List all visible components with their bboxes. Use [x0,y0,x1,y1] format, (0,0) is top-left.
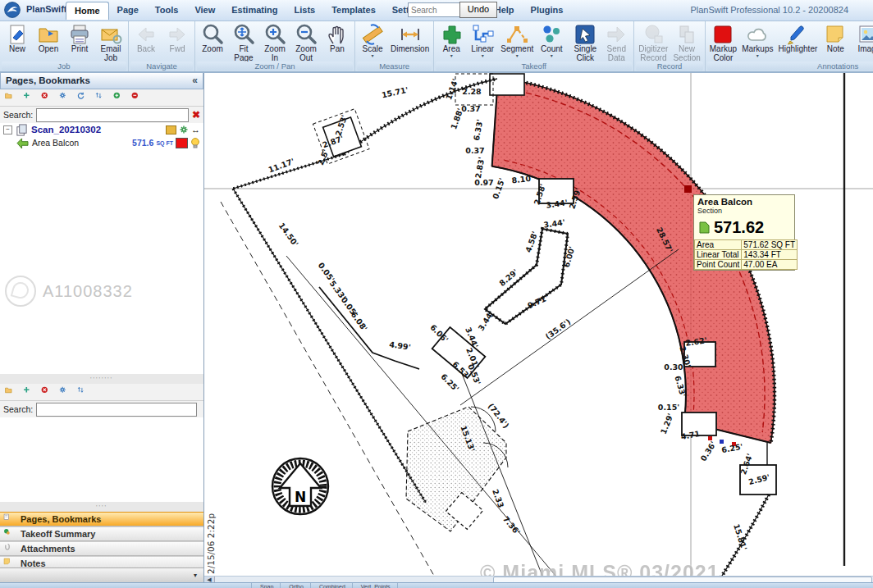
pages-search-input[interactable] [36,108,189,122]
chevron-down-icon[interactable]: ▾ [756,54,759,57]
plan-canvas[interactable]: N 2/15/06 2:22p 15.71'2.53'2.87'2.5'11.1… [204,72,873,576]
sort-icon[interactable] [95,92,107,104]
panel-title: Pages, Bookmarks [6,75,90,85]
accordion-overflow-strip[interactable]: ▾ [0,567,203,583]
ribbon: NewOpenPrintEmail JobJobBackFwdNavigateZ… [0,21,873,73]
singleclick-icon [574,23,596,45]
newsection-icon [675,23,698,45]
accordion-attachments[interactable]: Attachments [0,541,203,556]
email-job-button[interactable]: Email Job [95,22,126,62]
refresh-icon[interactable] [77,92,89,104]
plus-circle-icon[interactable] [113,92,126,104]
area-button[interactable]: Area▾ [436,22,467,62]
markup-color-button[interactable]: Markup Color▾ [707,22,739,62]
expander-icon[interactable]: − [3,125,12,134]
note-button[interactable]: Note [820,22,851,62]
send-data-button: Send Data▾ [601,22,632,62]
open-button[interactable]: Open [33,22,64,62]
planswift-logo-icon [3,1,21,19]
settings-icon[interactable] [59,386,71,399]
dimension-label: 6.25' [439,371,460,393]
button-label: Markups [742,45,773,54]
zoom-button[interactable]: Zoom [197,22,228,62]
chevron-down-icon[interactable]: ▾ [551,54,553,57]
collapse-panel-icon[interactable]: « [192,75,198,86]
linear-button[interactable]: Linear▾ [467,22,498,62]
left-sidebar: Pages, Bookmarks « Search: ✖ − Scan_2021… [0,72,204,582]
folder-icon[interactable] [5,386,17,399]
takeoff-tooltip: Area Balcon Section 571.62 Area571.62 SQ… [693,194,795,271]
menu-tab-page[interactable]: Page [109,2,147,20]
dimension-label: 14.50' [277,221,300,248]
lower-search-input[interactable] [36,403,197,417]
panel-splitter[interactable]: '''''''' [0,374,203,384]
tooltip-row-label: Linear Total [695,250,742,260]
zoom-out-button[interactable]: Zoom Out [290,22,322,62]
menu-tab-home[interactable]: Home [66,2,109,20]
tree-row-page[interactable]: − Scan_20210302 ↔ [0,123,203,136]
zoom-in-button[interactable]: Zoom In [259,22,290,62]
delete-icon[interactable] [41,92,53,104]
digitizer-icon [642,23,665,45]
search-input[interactable] [408,2,460,17]
menu-tab-plugins[interactable]: Plugins [523,2,572,20]
chevron-down-icon[interactable]: ▾ [482,54,484,57]
button-label: Image [857,45,873,54]
image-button[interactable]: Image [853,22,873,62]
markups-button[interactable]: Markups▾ [739,22,775,62]
menu-tab-estimating[interactable]: Estimating [223,2,286,20]
scale-button[interactable]: Scale▾ [357,22,388,62]
mls-id-watermark: A11008332 [5,276,133,307]
chevron-down-icon[interactable]: ▾ [450,54,453,57]
save-state-icon[interactable] [166,125,176,134]
status-cell: Vert. Points [354,583,398,588]
dimension-label: 2.28 [462,87,482,96]
button-label: Back [137,45,155,54]
menu-tab-templates[interactable]: Templates [323,2,384,20]
highlighter-button[interactable]: Highlighter [775,22,820,62]
tooltip-row-value: 47.00 EA [742,260,798,270]
menu-tab-lists[interactable]: Lists [286,2,323,20]
dimension-label: 15.81' [732,523,749,552]
dimension-button[interactable]: Dimension [388,22,432,62]
button-label: Email Job [100,45,121,62]
settings-icon[interactable] [59,92,71,104]
accordion-pages-bookmarks[interactable]: Pages, Bookmarks [0,512,203,526]
page-settings-icon[interactable] [179,125,189,134]
clear-search-icon[interactable]: ✖ [192,109,200,121]
ribbon-group-job: NewOpenPrintEmail JobJob [0,21,129,71]
accordion-takeoff-summary[interactable]: Takeoff Summary [0,526,203,541]
sort-icon[interactable] [77,386,89,399]
fit-width-icon[interactable]: ↔ [191,125,200,134]
accordion-label: Takeoff Summary [21,529,96,539]
undo-button[interactable]: Undo [459,2,497,18]
count-button[interactable]: Count▾ [536,22,567,62]
dimension-label: 6.33' [472,118,484,141]
chevron-down-icon[interactable]: ▾ [516,54,519,57]
chevron-down-icon[interactable]: ▾ [371,54,373,57]
folder-icon[interactable] [5,92,17,104]
minus-circle-icon[interactable] [131,92,144,104]
mls-logo-icon [5,276,36,307]
delete-icon[interactable] [41,386,53,399]
page-label[interactable]: Scan_20210302 [31,125,101,134]
takeoff-item-label[interactable]: Area Balcon [32,138,79,148]
button-label: Zoom In [264,45,286,62]
menu-tab-tools[interactable]: Tools [147,2,187,20]
fit-page-button[interactable]: Fit Page [228,22,259,62]
color-swatch[interactable] [176,138,188,148]
tree-row-area-balcon[interactable]: Area Balcon 571.6 SQ FT [0,136,203,149]
button-label: Count [541,45,563,54]
add-icon[interactable] [23,92,35,104]
pan-button[interactable]: Pan [322,22,353,62]
menu-tab-view[interactable]: View [186,2,223,20]
chevron-down-icon[interactable]: ▾ [194,572,197,579]
new-button[interactable]: New [2,22,33,62]
print-button[interactable]: Print [64,22,95,62]
lower-toolbar [0,384,203,401]
visibility-bulb-icon[interactable] [190,138,200,148]
add-icon[interactable] [23,386,35,399]
accordion-splitter[interactable]: '''' [0,502,203,512]
segment-button[interactable]: Segment▾ [498,22,536,62]
single-click-button[interactable]: Single Click▾ [569,22,601,62]
